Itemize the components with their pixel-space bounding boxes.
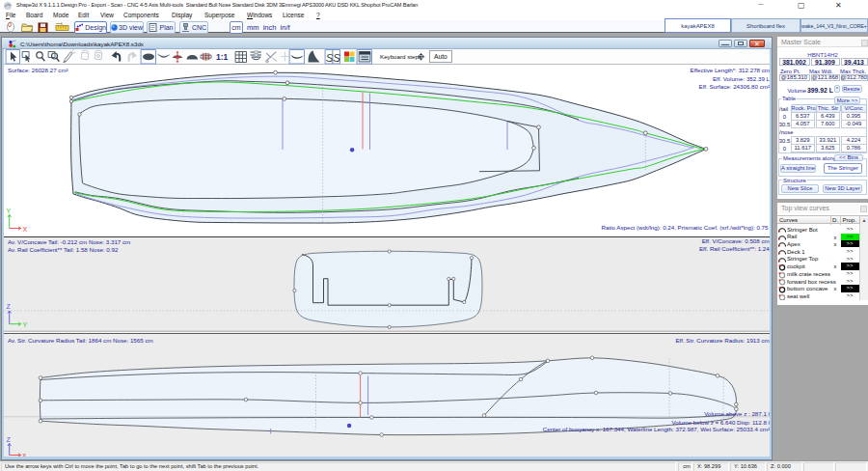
svg-text:X: X [23,226,28,233]
svg-text:Eff. Surface: 24306.80 cm²: Eff. Surface: 24306.80 cm² [699,83,771,90]
svg-text:Effective Length*: 312.278 cm: Effective Length*: 312.278 cm [691,67,770,73]
svg-text:Volume above z : 287.1 l: Volume above z : 287.1 l [704,410,770,417]
svg-text:Auto: Auto [434,53,448,60]
svg-text:Z: Z [7,436,12,443]
svg-text:Keyboard steps: Keyboard steps [380,53,421,60]
svg-text:Av. V/Concave Tail: -0.212 cm: Av. V/Concave Tail: -0.212 cm Nose: 3.31… [8,238,130,245]
svg-text:Eff. V/Concave: 0.508 cm: Eff. V/Concave: 0.508 cm [702,237,770,244]
svg-text:S: S [333,52,340,64]
svg-text:1:1: 1:1 [216,52,229,62]
svg-text:Av. Rail Coefficient** Tail:: Av. Rail Coefficient** Tail: 1.58 Nose: … [8,246,119,253]
svg-text:Eff. Volume: 352.39 L: Eff. Volume: 352.39 L [713,75,770,82]
svg-text:Z: Z [7,303,12,310]
svg-text:Surface: 26028.27 cm²: Surface: 26028.27 cm² [8,67,68,73]
svg-text:Y: Y [23,321,28,328]
svg-text:Center of buoyancy x: 167.344,: Center of buoyancy x: 167.344, Waterline… [543,426,770,432]
svg-text:Eff. Rail Coefficient**: 1.24: Eff. Rail Coefficient**: 1.24 [699,245,770,252]
svg-text:Y: Y [7,208,12,214]
svg-text:Ratio Aspect (wdt/lng): 0.24,: Ratio Aspect (wdt/lng): 0.24, Prismatic … [602,224,770,231]
svg-text:x: x [23,452,27,457]
svg-text:Av. Str. Curvature Radius Tail: Av. Str. Curvature Radius Tail: 1864 cm … [8,337,153,344]
svg-text:Eff. Str. Curvature Radius: 19: Eff. Str. Curvature Radius: 1913 cm [675,337,769,344]
